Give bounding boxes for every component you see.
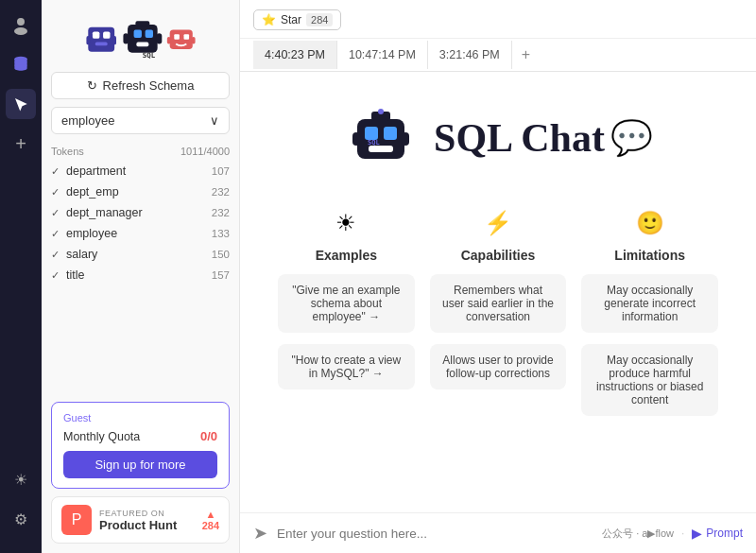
- avatar-icon[interactable]: [6, 9, 36, 40]
- chat-area: SQL SQL Chat 💬 ☀Examples"Give me an exam…: [240, 72, 756, 512]
- tab[interactable]: 10:47:14 PM: [337, 41, 428, 69]
- ph-count: ▲ 284: [202, 509, 219, 531]
- svg-text:SQL: SQL: [142, 51, 155, 60]
- feature-item[interactable]: May occasionally produce harmful instruc…: [581, 344, 718, 416]
- add-connection-icon[interactable]: +: [6, 129, 36, 159]
- feature-column: ☀Examples"Give me an example schema abou…: [278, 210, 415, 416]
- sql-chat-header: SQL SQL Chat 💬: [343, 100, 653, 176]
- table-item[interactable]: ✓ title 157: [45, 265, 235, 285]
- tab[interactable]: 3:21:46 PM: [428, 41, 512, 69]
- cursor-icon[interactable]: [6, 89, 36, 119]
- refresh-label: Refresh Schema: [103, 78, 195, 93]
- table-list: ✓ department 107 ✓ dept_emp 232 ✓ dept_m…: [42, 161, 239, 392]
- input-bar: ➤ 公众号 · a▶flow · ▶ Prompt: [240, 512, 756, 553]
- refresh-schema-button[interactable]: ↻ Refresh Schema: [51, 72, 230, 99]
- star-label: Star: [281, 13, 301, 26]
- table-name: salary: [66, 248, 208, 261]
- table-count: 133: [212, 228, 230, 239]
- table-count: 232: [212, 186, 230, 198]
- feature-item[interactable]: "Give me an example schema about employe…: [278, 274, 415, 333]
- svg-rect-4: [92, 31, 98, 38]
- svg-rect-8: [112, 36, 116, 44]
- ph-name: Product Hunt: [99, 518, 195, 532]
- ph-arrow-icon: ▲: [205, 509, 215, 520]
- svg-point-1: [14, 27, 27, 35]
- svg-rect-15: [135, 21, 149, 26]
- speech-bubble-icon: 💬: [610, 118, 653, 158]
- quota-row: Monthly Quota 0/0: [63, 429, 217, 443]
- svg-rect-25: [369, 146, 393, 152]
- svg-rect-10: [133, 30, 141, 38]
- chat-robot-icon: SQL: [343, 100, 419, 176]
- table-name: dept_manager: [66, 206, 208, 219]
- table-count: 157: [212, 269, 230, 281]
- product-hunt-text: FEATURED ON Product Hunt: [99, 509, 195, 532]
- star-button[interactable]: ⭐ Star 284: [253, 9, 341, 30]
- svg-rect-9: [128, 25, 158, 53]
- table-item[interactable]: ✓ dept_emp 232: [45, 181, 235, 202]
- svg-rect-26: [352, 132, 360, 146]
- svg-rect-6: [94, 43, 107, 46]
- tokens-label: Tokens: [51, 146, 84, 157]
- svg-rect-7: [86, 36, 90, 44]
- feature-column: 🙂LimitationsMay occasionally generate in…: [581, 210, 718, 416]
- star-icon: ⭐: [262, 13, 276, 26]
- feature-icon: 🙂: [636, 210, 664, 236]
- guest-label: Guest: [63, 412, 217, 423]
- table-check-icon: ✓: [51, 165, 62, 178]
- prompt-label: Prompt: [706, 527, 743, 540]
- prompt-badge: ▶ Prompt: [692, 526, 743, 541]
- main-content: ⭐ Star 284 4:40:23 PM10:47:14 PM3:21:46 …: [240, 0, 756, 553]
- tabs-bar: 4:40:23 PM10:47:14 PM3:21:46 PM+: [240, 39, 756, 72]
- table-check-icon: ✓: [51, 249, 62, 261]
- add-tab-button[interactable]: +: [512, 39, 540, 71]
- prompt-icon: ▶: [692, 526, 702, 541]
- table-count: 232: [212, 207, 230, 218]
- svg-rect-5: [103, 31, 110, 38]
- product-hunt-card[interactable]: P FEATURED ON Product Hunt ▲ 284: [51, 496, 230, 544]
- table-name: employee: [66, 227, 208, 240]
- sidebar-bottom: Guest Monthly Quota 0/0 Sign up for more…: [42, 392, 239, 553]
- table-item[interactable]: ✓ salary 150: [45, 244, 235, 265]
- svg-rect-17: [174, 34, 180, 40]
- database-icon[interactable]: [6, 49, 36, 79]
- database-selector[interactable]: employee ∨: [51, 107, 230, 134]
- svg-rect-14: [156, 33, 162, 43]
- icon-bar: + ☀ ⚙: [0, 0, 42, 553]
- chat-input[interactable]: [277, 527, 593, 541]
- signup-button[interactable]: Sign up for more: [63, 451, 217, 478]
- table-item[interactable]: ✓ employee 133: [45, 223, 235, 244]
- table-check-icon: ✓: [51, 269, 62, 282]
- chevron-down-icon: ∨: [210, 113, 219, 128]
- ph-featured-label: FEATURED ON: [99, 509, 195, 518]
- feature-item[interactable]: Remembers what user said earlier in the …: [430, 274, 567, 333]
- refresh-icon: ↻: [87, 78, 97, 93]
- tokens-header: Tokens 1011/4000: [42, 140, 239, 161]
- table-name: title: [66, 268, 208, 282]
- feature-item[interactable]: Allows user to provide follow-up correct…: [430, 344, 567, 389]
- feature-item[interactable]: May occasionally generate incorrect info…: [581, 274, 718, 333]
- svg-rect-22: [357, 119, 404, 159]
- table-check-icon: ✓: [51, 228, 62, 240]
- table-item[interactable]: ✓ dept_manager 232: [45, 202, 235, 223]
- table-count: 150: [212, 249, 230, 260]
- ph-number: 284: [202, 520, 219, 531]
- send-icon: ➤: [253, 523, 267, 544]
- feature-title: Limitations: [614, 248, 685, 263]
- svg-rect-23: [365, 127, 378, 140]
- sidebar: SQL ↻ Refresh Schema employee ∨ Tokens 1…: [42, 0, 240, 553]
- table-item[interactable]: ✓ department 107: [45, 161, 235, 181]
- svg-rect-13: [123, 33, 129, 43]
- tab[interactable]: 4:40:23 PM: [253, 41, 337, 69]
- table-check-icon: ✓: [51, 207, 62, 219]
- star-count: 284: [306, 13, 333, 26]
- table-check-icon: ✓: [51, 186, 62, 199]
- tokens-value: 1011/4000: [180, 146, 230, 157]
- settings-icon[interactable]: ⚙: [6, 504, 36, 534]
- db-selector-label: employee: [61, 113, 114, 128]
- svg-rect-27: [402, 132, 409, 146]
- theme-icon[interactable]: ☀: [6, 464, 36, 494]
- feature-item[interactable]: "How to create a view in MySQL?" →: [278, 344, 415, 389]
- product-hunt-logo: P: [61, 505, 92, 535]
- svg-text:SQL: SQL: [368, 139, 380, 147]
